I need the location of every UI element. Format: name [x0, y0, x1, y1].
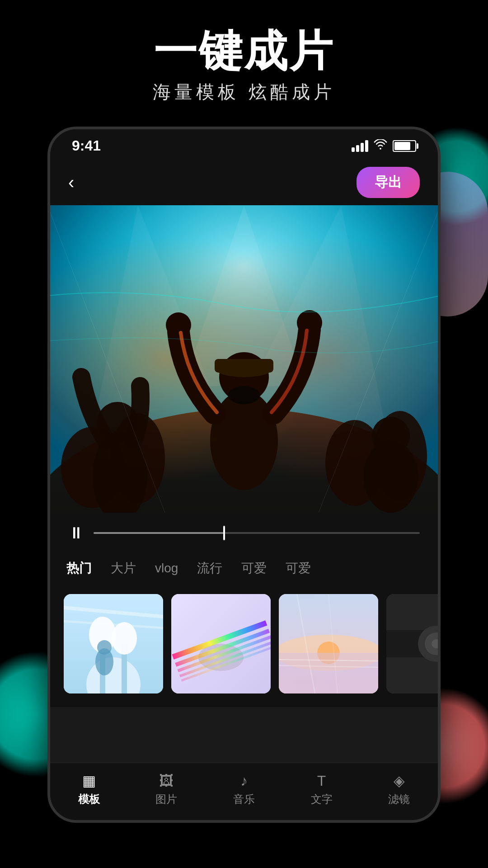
concert-image — [50, 205, 438, 513]
signal-bar-1 — [352, 147, 355, 152]
playback-area: ⏸ — [50, 513, 438, 552]
hero-subtitle: 海量模板 炫酷成片 — [0, 80, 488, 104]
top-nav: ‹ 导出 — [50, 160, 438, 205]
bottom-tab-icon-1: 🖼 — [159, 773, 174, 789]
bottom-tab-文字[interactable]: T文字 — [311, 773, 333, 807]
bottom-tab-icon-0: ▦ — [82, 772, 96, 789]
bottom-tab-icon-3: T — [317, 773, 326, 789]
status-icons — [352, 139, 416, 153]
back-button[interactable]: ‹ — [68, 172, 74, 193]
timeline-progress — [94, 532, 224, 534]
category-tab-4[interactable]: 可爱 — [239, 556, 269, 580]
svg-point-18 — [297, 310, 322, 335]
bottom-tab-bar: ▦模板🖼图片♪音乐T文字◈滤镜 — [50, 763, 438, 820]
category-tab-5[interactable]: 可爱 — [283, 556, 314, 580]
svg-point-22 — [372, 417, 410, 455]
template-thumb-2[interactable] — [171, 594, 271, 693]
hero-text-area: 一键成片 海量模板 炫酷成片 — [0, 27, 488, 104]
wifi-icon — [374, 139, 387, 153]
bottom-tab-label-2: 音乐 — [233, 792, 255, 807]
svg-rect-15 — [215, 359, 273, 373]
svg-point-32 — [97, 640, 112, 655]
svg-point-17 — [166, 312, 191, 338]
timeline-thumb — [223, 526, 225, 540]
bottom-tab-icon-2: ♪ — [240, 773, 248, 789]
timeline-bar[interactable] — [94, 532, 420, 534]
svg-point-16 — [228, 386, 260, 404]
status-time: 9:41 — [72, 137, 101, 154]
bottom-tab-label-0: 模板 — [78, 792, 100, 807]
signal-bar-2 — [356, 145, 359, 152]
template-thumb-4[interactable] — [386, 594, 438, 693]
bottom-tab-模板[interactable]: ▦模板 — [78, 772, 100, 807]
bottom-tab-label-4: 滤镜 — [388, 792, 410, 807]
svg-rect-45 — [279, 653, 378, 693]
export-button[interactable]: 导出 — [357, 167, 420, 198]
category-tab-3[interactable]: 流行 — [194, 556, 225, 580]
category-tabs: 热门大片vlog流行可爱可爱 — [50, 552, 438, 585]
category-tab-0[interactable]: 热门 — [64, 556, 94, 580]
battery-fill — [394, 142, 410, 150]
hero-title: 一键成片 — [0, 27, 488, 75]
bottom-tab-音乐[interactable]: ♪音乐 — [233, 773, 255, 807]
bottom-tab-label-3: 文字 — [311, 792, 333, 807]
signal-icon — [352, 140, 368, 152]
category-tab-2[interactable]: vlog — [152, 557, 181, 579]
status-bar: 9:41 — [50, 129, 438, 160]
category-tab-1[interactable]: 大片 — [108, 556, 139, 580]
template-thumb-1[interactable] — [64, 594, 163, 693]
bottom-tab-label-1: 图片 — [155, 792, 177, 807]
video-area — [50, 205, 438, 513]
bottom-tab-icon-4: ◈ — [394, 772, 405, 789]
battery-icon — [393, 140, 416, 152]
bottom-tab-图片[interactable]: 🖼图片 — [155, 773, 177, 807]
signal-bar-3 — [361, 143, 364, 152]
pause-button[interactable]: ⏸ — [68, 524, 84, 542]
bottom-tab-滤镜[interactable]: ◈滤镜 — [388, 772, 410, 807]
template-grid — [50, 585, 438, 707]
signal-bar-4 — [365, 140, 368, 152]
phone-mockup: 9:41 ‹ 导出 — [47, 127, 441, 823]
template-thumb-3[interactable] — [279, 594, 378, 693]
